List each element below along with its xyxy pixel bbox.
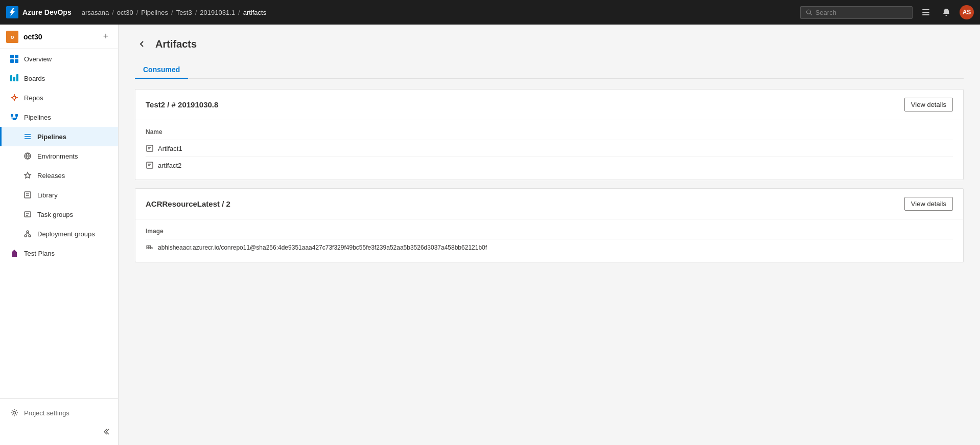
svg-rect-6 xyxy=(10,55,14,58)
view-details-button-1[interactable]: View details xyxy=(904,98,953,112)
sidebar-item-boards[interactable]: Boards xyxy=(0,69,118,88)
svg-rect-3 xyxy=(922,9,929,10)
overview-icon xyxy=(10,54,19,63)
breadcrumb: arsasana / oct30 / Pipelines / Test3 / 2… xyxy=(82,9,794,16)
library-icon xyxy=(23,190,32,199)
sidebar-item-repos[interactable]: Repos xyxy=(0,88,118,107)
artifact-item-icon xyxy=(146,161,154,169)
breadcrumb-artifacts: artifacts xyxy=(243,9,267,16)
project-settings-label: Project settings xyxy=(24,409,69,417)
svg-rect-47 xyxy=(151,248,152,249)
docker-icon xyxy=(146,243,154,252)
content-area: Artifacts Consumed Test2 / # 20191030.8 … xyxy=(119,25,980,445)
svg-rect-45 xyxy=(147,248,149,249)
artifact-card-1: Test2 / # 20191030.8 View details Name A… xyxy=(135,89,964,180)
breadcrumb-oct30[interactable]: oct30 xyxy=(117,9,133,16)
card-2-header: ACRResourceLatest / 2 View details xyxy=(135,189,963,219)
breadcrumb-build[interactable]: 20191031.1 xyxy=(200,9,235,16)
avatar[interactable]: AS xyxy=(960,5,974,19)
project-settings-icon xyxy=(10,408,19,417)
add-project-button[interactable]: + xyxy=(100,31,112,43)
card-1-col-header: Name xyxy=(146,126,953,140)
sidebar-item-environments[interactable]: Environments xyxy=(0,146,118,166)
card-2-col-header: Image xyxy=(146,226,953,239)
svg-point-13 xyxy=(13,96,16,99)
topbar: Azure DevOps arsasana / oct30 / Pipeline… xyxy=(0,0,980,25)
sidebar-item-overview-label: Overview xyxy=(24,55,52,63)
list-icon[interactable] xyxy=(919,5,933,19)
svg-rect-43 xyxy=(147,246,149,247)
card-1-title: Test2 / # 20191030.8 xyxy=(146,100,218,109)
test-plans-icon xyxy=(10,249,19,258)
sidebar-item-releases[interactable]: Releases xyxy=(0,166,118,185)
breadcrumb-arsasana[interactable]: arsasana xyxy=(82,9,109,16)
sidebar-item-pipelines-top[interactable]: Pipelines xyxy=(0,107,118,127)
svg-rect-12 xyxy=(16,74,18,81)
environments-icon xyxy=(23,151,32,161)
search-box[interactable] xyxy=(800,6,913,19)
back-button[interactable] xyxy=(135,37,149,51)
collapse-sidebar-button[interactable] xyxy=(0,422,118,441)
svg-line-34 xyxy=(26,233,28,235)
card-2-body: Image abhisheaacr.azurecr.io/conrepo11@s… xyxy=(135,219,963,262)
sidebar-item-pipelines-top-label: Pipelines xyxy=(24,114,51,121)
logo[interactable]: Azure DevOps xyxy=(6,6,72,18)
svg-rect-11 xyxy=(13,77,15,81)
sidebar-item-boards-label: Boards xyxy=(24,75,45,82)
boards-icon xyxy=(10,74,19,83)
svg-rect-5 xyxy=(922,14,929,15)
sidebar-item-task-groups[interactable]: Task groups xyxy=(0,205,118,224)
sidebar-item-library[interactable]: Library xyxy=(0,185,118,205)
svg-line-35 xyxy=(28,233,30,235)
svg-point-36 xyxy=(13,412,16,414)
svg-rect-40 xyxy=(147,162,153,168)
card-1-header: Test2 / # 20191030.8 View details xyxy=(135,90,963,120)
svg-point-31 xyxy=(27,231,29,233)
main-layout: o oct30 + Overview xyxy=(0,25,980,445)
svg-point-32 xyxy=(25,235,27,237)
sidebar-item-test-plans[interactable]: Test Plans xyxy=(0,243,118,263)
sidebar-item-releases-label: Releases xyxy=(37,172,65,180)
list-item: artifact2 xyxy=(146,157,953,173)
acr-image-name: abhisheaacr.azurecr.io/conrepo11@sha256:… xyxy=(158,244,487,251)
breadcrumb-pipelines[interactable]: Pipelines xyxy=(141,9,168,16)
sidebar-item-pipelines-sub[interactable]: Pipelines xyxy=(0,127,118,146)
notifications-icon[interactable] xyxy=(939,5,953,19)
svg-rect-10 xyxy=(10,75,12,81)
task-groups-icon xyxy=(23,210,32,219)
project-icon: o xyxy=(6,31,18,43)
deployment-groups-icon xyxy=(23,229,32,238)
sidebar-item-deployment-groups-label: Deployment groups xyxy=(37,230,95,238)
artifact-1-name: Artifact1 xyxy=(158,145,182,152)
sidebar: o oct30 + Overview xyxy=(0,25,119,445)
card-2-title: ACRResourceLatest / 2 xyxy=(146,199,230,208)
svg-rect-46 xyxy=(149,248,151,249)
tab-consumed[interactable]: Consumed xyxy=(135,61,188,79)
svg-line-2 xyxy=(810,13,812,15)
card-1-body: Name Artifact1 xyxy=(135,120,963,180)
collapse-icon xyxy=(102,428,110,436)
svg-rect-9 xyxy=(15,59,18,63)
view-details-button-2[interactable]: View details xyxy=(904,197,953,211)
sidebar-item-repos-label: Repos xyxy=(24,94,43,102)
list-item: abhisheaacr.azurecr.io/conrepo11@sha256:… xyxy=(146,239,953,256)
project-name: oct30 xyxy=(24,33,95,41)
pipelines-icon xyxy=(10,113,19,122)
topbar-actions: AS xyxy=(800,5,974,19)
sidebar-item-deployment-groups[interactable]: Deployment groups xyxy=(0,224,118,243)
sidebar-nav: Overview Boards xyxy=(0,49,118,398)
azure-logo-icon xyxy=(6,6,18,18)
artifact-2-name: artifact2 xyxy=(158,162,181,169)
page-header: Artifacts xyxy=(135,37,964,51)
repos-icon xyxy=(10,93,19,102)
project-settings-item[interactable]: Project settings xyxy=(0,403,118,422)
sidebar-item-overview[interactable]: Overview xyxy=(0,49,118,69)
list-item: Artifact1 xyxy=(146,140,953,157)
tabs: Consumed xyxy=(135,61,964,79)
breadcrumb-test3[interactable]: Test3 xyxy=(176,9,192,16)
svg-rect-37 xyxy=(147,145,153,151)
search-input[interactable] xyxy=(815,9,907,16)
svg-rect-8 xyxy=(10,59,14,63)
sidebar-item-library-label: Library xyxy=(37,191,58,199)
artifact-item-icon xyxy=(146,144,154,152)
